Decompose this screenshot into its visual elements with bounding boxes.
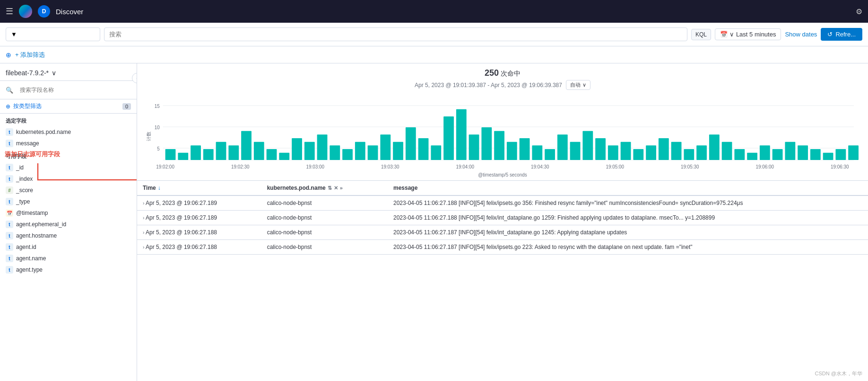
bar-rect[interactable] (431, 145, 441, 160)
kql-toggle[interactable]: KQL (691, 29, 711, 40)
bar-rect[interactable] (696, 145, 707, 160)
cell-message: 2023-04-05 11:06:27.188 [INFO][54] felix… (388, 195, 868, 211)
filter-circle-icon[interactable]: ⊕ (6, 51, 11, 59)
bar-rect[interactable] (494, 131, 504, 160)
gear-icon[interactable]: ⚙ (856, 7, 862, 16)
row-expand-button[interactable]: › (143, 215, 144, 221)
field-type-badge: t (6, 255, 13, 262)
bar-rect[interactable] (545, 149, 555, 160)
bar-rect[interactable] (848, 145, 859, 160)
available-field-item[interactable]: tagent.hostname (0, 230, 137, 241)
move-column-icon[interactable]: » (340, 185, 343, 191)
bar-rect[interactable] (684, 149, 694, 160)
bar-rect[interactable] (659, 138, 669, 160)
show-dates-button[interactable]: Show dates (785, 31, 817, 38)
bar-rect[interactable] (532, 145, 542, 160)
bar-rect[interactable] (368, 145, 378, 160)
available-field-item[interactable]: tagent.ephemeral_id (0, 219, 137, 230)
available-field-item[interactable]: t_type (0, 196, 137, 207)
bar-rect[interactable] (393, 142, 403, 160)
selected-field-item[interactable]: tmessage (0, 138, 137, 149)
cell-message: 2023-04-05 11:06:27.187 [INFO][54] felix… (388, 240, 868, 255)
row-expand-button[interactable]: › (143, 230, 144, 235)
available-field-item[interactable]: tagent.type (0, 264, 137, 275)
remove-column-icon[interactable]: ✕ (334, 185, 338, 191)
bar-rect[interactable] (317, 134, 328, 160)
bar-rect[interactable] (722, 142, 732, 160)
bar-rect[interactable] (582, 131, 593, 160)
search-input[interactable] (109, 31, 682, 38)
bar-rect[interactable] (570, 142, 581, 160)
bar-rect[interactable] (178, 153, 188, 160)
bar-rect[interactable] (760, 145, 770, 160)
bar-rect[interactable] (608, 145, 618, 160)
bar-rect[interactable] (241, 131, 252, 160)
bar-rect[interactable] (747, 153, 757, 160)
bar-rect[interactable] (469, 134, 479, 160)
bar-rect[interactable] (267, 149, 277, 160)
bar-rect[interactable] (633, 149, 643, 160)
available-field-item[interactable]: t_id (0, 162, 137, 173)
row-expand-button[interactable]: › (143, 245, 144, 250)
auto-interval-button[interactable]: 自动 ∨ (566, 80, 590, 90)
bar-rect[interactable] (810, 149, 821, 160)
bar-rect[interactable] (773, 149, 783, 160)
bar-rect[interactable] (292, 138, 302, 160)
bar-rect[interactable] (481, 127, 492, 160)
bar-rect[interactable] (304, 142, 315, 160)
table-header-row: Time ↓ kubernetes.pod.name ⇅ ✕ » (137, 181, 868, 195)
bar-rect[interactable] (203, 149, 214, 160)
sort-asc-icon[interactable]: ⇅ (328, 185, 332, 191)
bar-rect[interactable] (406, 127, 416, 160)
available-field-item[interactable]: #_score (0, 185, 137, 196)
index-pattern-selector[interactable]: filebeat-7.9.2-* ∨ (0, 63, 137, 81)
bar-rect[interactable] (709, 134, 720, 160)
chevron-down-icon: ∨ (729, 31, 734, 38)
bar-rect[interactable] (279, 153, 289, 160)
bar-rect[interactable] (734, 149, 745, 160)
bar-rect[interactable] (443, 116, 454, 160)
svg-text:19:02:00: 19:02:00 (156, 164, 174, 169)
available-field-item[interactable]: tagent.id (0, 241, 137, 253)
bar-rect[interactable] (216, 142, 226, 160)
time-range-label: Last 5 minutes (736, 31, 776, 38)
bar-rect[interactable] (330, 145, 340, 160)
search-input-container[interactable] (104, 27, 687, 41)
bar-rect[interactable] (254, 142, 264, 160)
date-picker[interactable]: 📅 ∨ Last 5 minutes (715, 28, 781, 40)
bar-rect[interactable] (646, 145, 656, 160)
bar-rect[interactable] (456, 109, 467, 160)
bar-rect[interactable] (342, 149, 353, 160)
bar-rect[interactable] (621, 142, 631, 160)
bar-rect[interactable] (835, 149, 846, 160)
available-field-item[interactable]: 📅@timestamp (0, 207, 137, 219)
selected-field-item[interactable]: tkubernetes.pod.name (0, 126, 137, 138)
top-navbar: ☰ D Discover ⚙ (0, 0, 868, 23)
bar-rect[interactable] (671, 142, 682, 160)
bar-rect[interactable] (355, 142, 365, 160)
field-name-label: kubernetes.pod.name (16, 129, 71, 135)
field-search-input[interactable] (16, 85, 131, 95)
index-selector[interactable]: ▼ (6, 27, 100, 41)
bar-rect[interactable] (418, 138, 429, 160)
bar-rect[interactable] (798, 145, 808, 160)
bar-rect[interactable] (595, 138, 606, 160)
bar-rect[interactable] (507, 142, 517, 160)
row-expand-button[interactable]: › (143, 201, 144, 206)
hamburger-menu-icon[interactable]: ☰ (6, 6, 13, 17)
filter-by-type-button[interactable]: ⊕ 按类型筛选 0 (0, 99, 137, 114)
field-type-badge: t (6, 243, 13, 251)
bar-rect[interactable] (520, 138, 530, 160)
add-filter-button[interactable]: + 添加筛选 (15, 51, 45, 59)
available-field-item[interactable]: t_index (0, 173, 137, 185)
bar-rect[interactable] (823, 153, 833, 160)
bar-rect[interactable] (785, 142, 795, 160)
bar-rect[interactable] (228, 145, 239, 160)
sort-icon[interactable]: ↓ (158, 185, 161, 191)
refresh-button[interactable]: ↺ Refre... (821, 28, 862, 41)
bar-rect[interactable] (191, 145, 201, 160)
available-field-item[interactable]: tagent.name (0, 253, 137, 264)
bar-rect[interactable] (165, 149, 176, 160)
bar-rect[interactable] (380, 134, 391, 160)
bar-rect[interactable] (557, 134, 568, 160)
